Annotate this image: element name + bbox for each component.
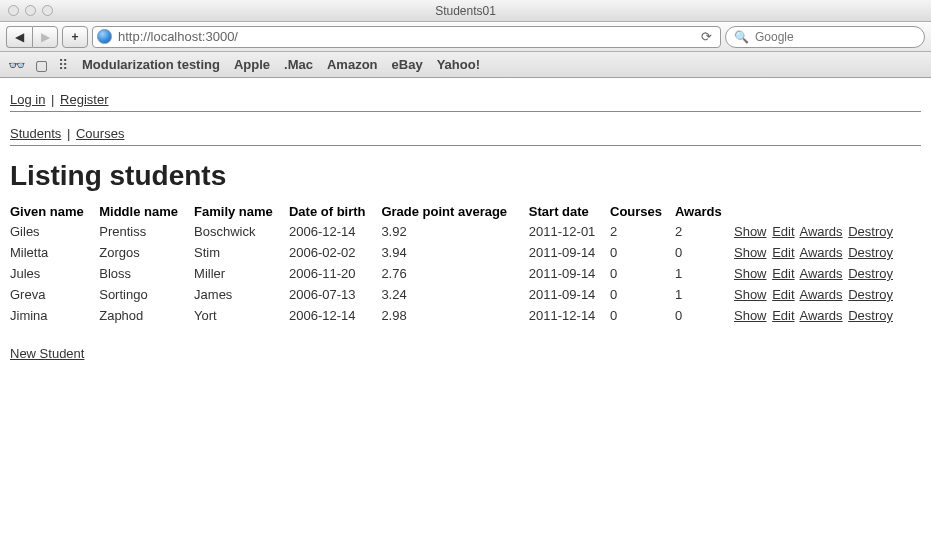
action-awards-link[interactable]: Awards bbox=[799, 224, 842, 239]
back-icon: ◀ bbox=[15, 30, 24, 44]
window-controls bbox=[8, 5, 53, 16]
cell-actions: Show Edit Awards Destroy bbox=[734, 221, 921, 242]
search-input[interactable] bbox=[753, 29, 916, 45]
table-header-row: Given name Middle name Family name Date … bbox=[10, 202, 921, 221]
cell-given-name: Jimina bbox=[10, 305, 99, 326]
cell-actions: Show Edit Awards Destroy bbox=[734, 305, 921, 326]
action-edit-link[interactable]: Edit bbox=[772, 287, 794, 302]
bookmark-item[interactable]: Yahoo! bbox=[437, 57, 480, 72]
action-show-link[interactable]: Show bbox=[734, 287, 767, 302]
action-awards-link[interactable]: Awards bbox=[799, 245, 842, 260]
cell-awards: 0 bbox=[675, 305, 734, 326]
bookmark-item[interactable]: eBay bbox=[392, 57, 423, 72]
cell-dob: 2006-02-02 bbox=[289, 242, 381, 263]
forward-button[interactable]: ▶ bbox=[32, 26, 58, 48]
action-edit-link[interactable]: Edit bbox=[772, 266, 794, 281]
back-button[interactable]: ◀ bbox=[6, 26, 32, 48]
col-given-name: Given name bbox=[10, 202, 99, 221]
address-bar[interactable]: ⟳ bbox=[92, 26, 721, 48]
nav-students-link[interactable]: Students bbox=[10, 126, 61, 141]
col-gpa: Grade point average bbox=[381, 202, 528, 221]
col-middle-name: Middle name bbox=[99, 202, 194, 221]
action-edit-link[interactable]: Edit bbox=[772, 245, 794, 260]
action-awards-link[interactable]: Awards bbox=[799, 287, 842, 302]
cell-start: 2011-09-14 bbox=[529, 263, 610, 284]
open-book-icon[interactable]: ▢ bbox=[35, 57, 48, 73]
cell-awards: 1 bbox=[675, 284, 734, 305]
cell-start: 2011-09-14 bbox=[529, 284, 610, 305]
action-edit-link[interactable]: Edit bbox=[772, 308, 794, 323]
bookmark-item[interactable]: Amazon bbox=[327, 57, 378, 72]
page-heading: Listing students bbox=[10, 160, 921, 192]
bookmarks-bar: 👓 ▢ ⠿ Modularization testing Apple .Mac … bbox=[0, 52, 931, 78]
action-destroy-link[interactable]: Destroy bbox=[848, 266, 893, 281]
action-show-link[interactable]: Show bbox=[734, 245, 767, 260]
page-content: Log in | Register Students | Courses Lis… bbox=[0, 78, 931, 381]
cell-family-name: Yort bbox=[194, 305, 289, 326]
bookmark-item[interactable]: .Mac bbox=[284, 57, 313, 72]
table-row: GilesPrentissBoschwick2006-12-143.922011… bbox=[10, 221, 921, 242]
window-titlebar: Students01 bbox=[0, 0, 931, 22]
action-show-link[interactable]: Show bbox=[734, 224, 767, 239]
cell-middle-name: Zaphod bbox=[99, 305, 194, 326]
action-destroy-link[interactable]: Destroy bbox=[848, 308, 893, 323]
minimize-window-button[interactable] bbox=[25, 5, 36, 16]
reading-list-icon[interactable]: 👓 bbox=[8, 57, 25, 73]
students-table: Given name Middle name Family name Date … bbox=[10, 202, 921, 326]
cell-given-name: Giles bbox=[10, 221, 99, 242]
nav-button-group: ◀ ▶ bbox=[6, 26, 58, 48]
login-link[interactable]: Log in bbox=[10, 92, 45, 107]
auth-links: Log in | Register bbox=[10, 88, 921, 112]
cell-gpa: 2.76 bbox=[381, 263, 528, 284]
add-bookmark-button[interactable]: + bbox=[62, 26, 88, 48]
cell-gpa: 2.98 bbox=[381, 305, 528, 326]
col-family-name: Family name bbox=[194, 202, 289, 221]
action-awards-link[interactable]: Awards bbox=[799, 308, 842, 323]
cell-dob: 2006-07-13 bbox=[289, 284, 381, 305]
cell-gpa: 3.24 bbox=[381, 284, 528, 305]
action-destroy-link[interactable]: Destroy bbox=[848, 245, 893, 260]
cell-awards: 2 bbox=[675, 221, 734, 242]
url-input[interactable] bbox=[116, 28, 693, 45]
cell-dob: 2006-12-14 bbox=[289, 305, 381, 326]
action-edit-link[interactable]: Edit bbox=[772, 224, 794, 239]
zoom-window-button[interactable] bbox=[42, 5, 53, 16]
bookmark-item[interactable]: Modularization testing bbox=[82, 57, 220, 72]
cell-awards: 0 bbox=[675, 242, 734, 263]
bookmark-item[interactable]: Apple bbox=[234, 57, 270, 72]
section-nav: Students | Courses bbox=[10, 122, 921, 146]
cell-start: 2011-09-14 bbox=[529, 242, 610, 263]
new-student-link[interactable]: New Student bbox=[10, 346, 84, 361]
cell-middle-name: Bloss bbox=[99, 263, 194, 284]
cell-start: 2011-12-01 bbox=[529, 221, 610, 242]
action-show-link[interactable]: Show bbox=[734, 308, 767, 323]
table-row: JulesBlossMiller2006-11-202.762011-09-14… bbox=[10, 263, 921, 284]
cell-actions: Show Edit Awards Destroy bbox=[734, 242, 921, 263]
cell-given-name: Miletta bbox=[10, 242, 99, 263]
close-window-button[interactable] bbox=[8, 5, 19, 16]
cell-middle-name: Sortingo bbox=[99, 284, 194, 305]
register-link[interactable]: Register bbox=[60, 92, 108, 107]
separator: | bbox=[49, 92, 56, 107]
nav-courses-link[interactable]: Courses bbox=[76, 126, 124, 141]
separator: | bbox=[65, 126, 72, 141]
forward-icon: ▶ bbox=[41, 30, 50, 44]
col-dob: Date of birth bbox=[289, 202, 381, 221]
col-courses: Courses bbox=[610, 202, 675, 221]
action-show-link[interactable]: Show bbox=[734, 266, 767, 281]
top-sites-icon[interactable]: ⠿ bbox=[58, 57, 68, 73]
cell-given-name: Jules bbox=[10, 263, 99, 284]
cell-dob: 2006-11-20 bbox=[289, 263, 381, 284]
cell-start: 2011-12-14 bbox=[529, 305, 610, 326]
action-destroy-link[interactable]: Destroy bbox=[848, 224, 893, 239]
cell-family-name: Miller bbox=[194, 263, 289, 284]
cell-middle-name: Zorgos bbox=[99, 242, 194, 263]
cell-actions: Show Edit Awards Destroy bbox=[734, 284, 921, 305]
action-awards-link[interactable]: Awards bbox=[799, 266, 842, 281]
cell-courses: 2 bbox=[610, 221, 675, 242]
action-destroy-link[interactable]: Destroy bbox=[848, 287, 893, 302]
search-bar[interactable]: 🔍 bbox=[725, 26, 925, 48]
reload-icon[interactable]: ⟳ bbox=[697, 29, 716, 44]
table-row: GrevaSortingoJames2006-07-133.242011-09-… bbox=[10, 284, 921, 305]
cell-courses: 0 bbox=[610, 242, 675, 263]
